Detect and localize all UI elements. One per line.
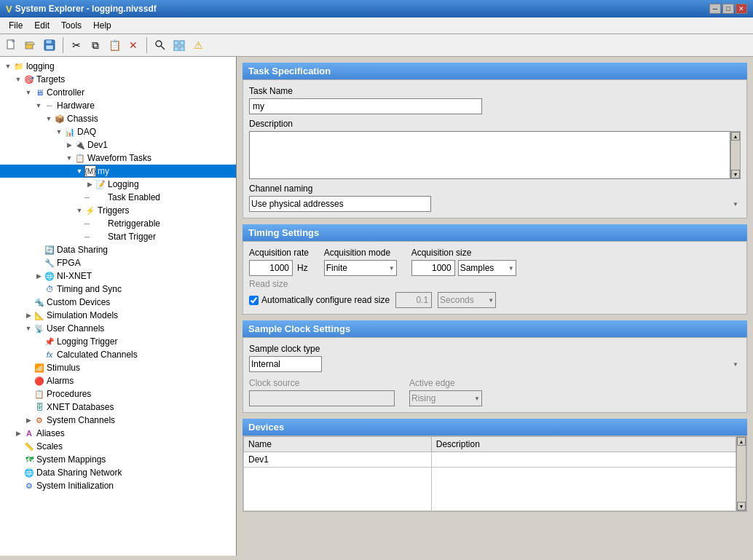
toggle-system-channels[interactable]: ▶	[23, 417, 33, 424]
acq-size-input[interactable]	[411, 260, 455, 276]
tree-node-task-enabled[interactable]: ─ Task Enabled	[0, 191, 236, 204]
tree-node-stimulus[interactable]: 📶 Stimulus	[0, 361, 236, 374]
devices-empty-row	[244, 468, 736, 511]
label-ni-xnet: NI-XNET	[57, 271, 92, 281]
toggle-my[interactable]: ▼	[74, 167, 84, 175]
acq-rate-unit: Hz	[296, 263, 310, 273]
icon-scales: 📏	[23, 441, 35, 452]
tree-node-xnet-databases[interactable]: 🗄 XNET Databases	[0, 401, 236, 414]
devices-empty-name	[244, 468, 432, 511]
description-label: Description	[249, 119, 741, 129]
toggle-user-channels[interactable]: ▼	[23, 325, 33, 332]
close-button[interactable]: ✕	[736, 4, 747, 14]
channel-naming-select[interactable]: Use physical addresses Use custom names	[249, 196, 431, 212]
tree-node-logging-trigger[interactable]: 📌 Logging Trigger	[0, 335, 236, 348]
toggle-logging-child[interactable]: ▶	[84, 181, 95, 188]
toggle-daq[interactable]: ▼	[54, 128, 64, 135]
tree-node-retriggerable[interactable]: ─ Retriggerable	[0, 217, 236, 230]
menu-tools[interactable]: Tools	[55, 19, 87, 32]
devices-row-0[interactable]: Dev1	[244, 452, 736, 468]
tree-node-logging[interactable]: ▼ 📁 logging	[0, 60, 236, 73]
task-name-input[interactable]	[249, 98, 482, 114]
tree-node-timing-sync[interactable]: ⏱ Timing and Sync	[0, 283, 236, 296]
desc-scroll-down[interactable]: ▼	[731, 170, 740, 178]
acq-mode-select[interactable]: Finite Continuous	[324, 260, 397, 276]
tree-node-user-channels[interactable]: ▼ 📡 User Channels	[0, 322, 236, 335]
tree-node-custom-devices[interactable]: 🔩 Custom Devices	[0, 296, 236, 309]
menu-help[interactable]: Help	[87, 19, 117, 32]
tree-node-ni-xnet[interactable]: ▶ 🌐 NI-XNET	[0, 269, 236, 283]
icon-daq: 📊	[64, 126, 76, 138]
tree-node-my[interactable]: ▼ {M} my	[0, 165, 236, 178]
read-size-unit-select[interactable]: Seconds Samples	[438, 292, 496, 308]
acq-rate-input[interactable]	[249, 260, 293, 276]
tree-node-daq[interactable]: ▼ 📊 DAQ	[0, 125, 236, 138]
toggle-dev1[interactable]: ▶	[64, 141, 74, 149]
tree-node-controller[interactable]: ▼ 🖥 Controller	[0, 86, 236, 99]
delete-button[interactable]: ✕	[125, 36, 142, 54]
new-button[interactable]	[3, 36, 20, 54]
tree-node-data-sharing[interactable]: 🔄 Data Sharing	[0, 243, 236, 256]
devices-table: Name Description Dev1	[243, 436, 736, 511]
minimize-button[interactable]: ─	[709, 4, 721, 14]
toggle-ni-xnet[interactable]: ▶	[33, 272, 44, 280]
toggle-chassis[interactable]: ▼	[44, 115, 54, 122]
icon-retriggerable	[95, 218, 106, 229]
tree-node-fpga[interactable]: 🔧 FPGA	[0, 256, 236, 269]
tree-node-scales[interactable]: 📏 Scales	[0, 440, 236, 453]
toolbar-sep-1	[63, 37, 63, 53]
tree-node-logging-child[interactable]: ▶ 📝 Logging	[0, 178, 236, 191]
tree-node-calculated-channels[interactable]: fx Calculated Channels	[0, 348, 236, 361]
auto-config-checkbox[interactable]	[249, 296, 259, 305]
toggle-targets[interactable]: ▼	[13, 76, 23, 83]
tree-node-system-mappings[interactable]: 🗺 System Mappings	[0, 453, 236, 466]
tree-node-targets[interactable]: ▼ 🎯 Targets	[0, 73, 236, 86]
title-bar-controls[interactable]: ─ □ ✕	[709, 4, 747, 14]
toggle-triggers[interactable]: ▼	[74, 207, 84, 214]
tree-node-triggers[interactable]: ▼ ⚡ Triggers	[0, 204, 236, 217]
toggle-controller[interactable]: ▼	[23, 89, 33, 96]
tree-node-data-sharing-network[interactable]: 🌐 Data Sharing Network	[0, 466, 236, 479]
toggle-aliases[interactable]: ▶	[13, 430, 23, 437]
save-button[interactable]	[41, 36, 58, 54]
label-task-enabled: Task Enabled	[108, 192, 160, 202]
desc-scroll-up[interactable]: ▲	[731, 132, 740, 141]
tree-node-hardware[interactable]: ▼ ─ Hardware	[0, 99, 236, 112]
acq-size-unit-select[interactable]: Samples Seconds	[458, 260, 516, 276]
tree-node-dev1[interactable]: ▶ 🔌 Dev1	[0, 138, 236, 151]
icon-system-initialization: ⚙	[23, 480, 35, 492]
tree-node-system-channels[interactable]: ▶ ⚙ System Channels	[0, 414, 236, 427]
toggle-waveform-tasks[interactable]: ▼	[64, 154, 74, 162]
tree-node-alarms[interactable]: 🔴 Alarms	[0, 374, 236, 387]
tree-node-system-initialization[interactable]: ⚙ System Initialization	[0, 479, 236, 492]
label-data-sharing-network: Data Sharing Network	[36, 468, 122, 478]
devices-scroll-down[interactable]: ▼	[737, 502, 746, 510]
tree-node-procedures[interactable]: 📋 Procedures	[0, 387, 236, 401]
tree-node-chassis[interactable]: ▼ 📦 Chassis	[0, 112, 236, 125]
open-button[interactable]	[22, 36, 39, 54]
sample-clock-type-select[interactable]: Internal External	[249, 356, 322, 372]
icon-aliases: A	[23, 427, 35, 439]
cut-button[interactable]: ✂	[68, 36, 85, 54]
toggle-hardware[interactable]: ▼	[33, 102, 44, 109]
menu-file[interactable]: File	[3, 19, 28, 32]
svg-rect-12	[180, 47, 184, 51]
tree-node-aliases[interactable]: ▶ A Aliases	[0, 427, 236, 440]
menu-edit[interactable]: Edit	[28, 19, 55, 32]
warning-button[interactable]: ⚠	[189, 36, 207, 54]
toggle-logging[interactable]: ▼	[3, 63, 13, 70]
toggle-simulation-models[interactable]: ▶	[23, 312, 33, 319]
copy-button[interactable]: ⧉	[87, 36, 104, 54]
tree-node-waveform-tasks[interactable]: ▼ 📋 Waveform Tasks	[0, 151, 236, 165]
maximize-button[interactable]: □	[722, 4, 734, 14]
description-textarea[interactable]	[249, 131, 730, 179]
read-size-section-label: Read size	[249, 279, 741, 289]
label-alarms: Alarms	[47, 376, 74, 386]
paste-button[interactable]: 📋	[106, 36, 123, 54]
tree-node-simulation-models[interactable]: ▶ 📐 Simulation Models	[0, 309, 236, 322]
view-button[interactable]	[170, 36, 188, 54]
label-system-channels: System Channels	[47, 415, 115, 425]
find-button[interactable]	[151, 36, 169, 54]
devices-scroll-up[interactable]: ▲	[737, 437, 746, 446]
tree-node-start-trigger[interactable]: ─ Start Trigger	[0, 230, 236, 243]
